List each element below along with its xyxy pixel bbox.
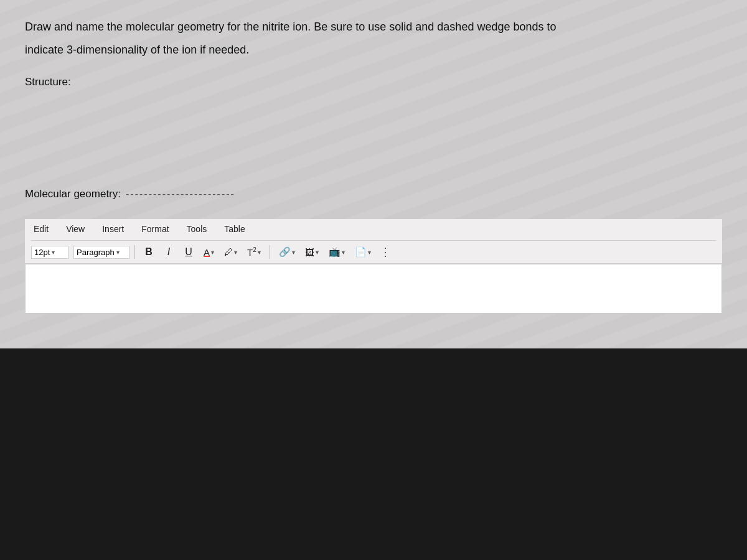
bottom-dark-area <box>0 348 747 560</box>
font-size-value: 12pt <box>34 248 50 257</box>
paragraph-chevron-icon: ▾ <box>116 249 120 256</box>
image-button[interactable]: 🖼 ▾ <box>301 245 322 259</box>
document-icon: 📄 <box>355 246 367 258</box>
bold-button[interactable]: B <box>140 245 157 259</box>
question-line1: Draw and name the molecular geometry for… <box>25 19 722 35</box>
paragraph-dropdown[interactable]: Paragraph ▾ <box>73 246 129 259</box>
menu-edit[interactable]: Edit <box>31 223 51 235</box>
link-icon: 🔗 <box>279 246 291 258</box>
superscript-button[interactable]: T2 ▾ <box>243 245 265 259</box>
image-group: 🖼 ▾ <box>301 245 322 259</box>
menu-insert[interactable]: Insert <box>100 223 126 235</box>
embed-button[interactable]: 📺 ▾ <box>325 245 349 259</box>
page-container: Draw and name the molecular geometry for… <box>0 0 747 560</box>
menu-format[interactable]: Format <box>139 223 171 235</box>
paragraph-value: Paragraph <box>77 248 115 257</box>
link-chevron-icon: ▾ <box>292 249 295 256</box>
editor-input-area[interactable] <box>25 264 722 314</box>
editor-toolbar-container: Edit View Insert Format Tools Table 12pt… <box>25 219 722 264</box>
highlight-chevron-icon: ▾ <box>234 249 237 256</box>
structure-label: Structure: <box>25 76 722 88</box>
answer-dashes: ------------------------ <box>126 189 235 200</box>
italic-button[interactable]: I <box>160 245 177 259</box>
question-line2: indicate 3-dimensionality of the ion if … <box>25 42 722 58</box>
superscript-group: T2 ▾ <box>243 245 265 259</box>
font-size-dropdown[interactable]: 12pt ▾ <box>31 246 68 259</box>
superscript-label: T2 <box>247 246 256 258</box>
image-chevron-icon: ▾ <box>316 249 319 256</box>
menu-table[interactable]: Table <box>222 223 247 235</box>
highlight-group: 🖊 ▾ <box>220 245 241 259</box>
font-color-button[interactable]: A ▾ <box>200 245 218 259</box>
image-icon: 🖼 <box>305 247 314 258</box>
font-size-chevron-icon: ▾ <box>52 249 55 256</box>
molecular-geometry-row: Molecular geometry: --------------------… <box>25 188 722 200</box>
underline-button[interactable]: U <box>180 245 197 259</box>
highlight-icon: 🖊 <box>224 247 233 257</box>
more-options-button[interactable]: ⋮ <box>377 245 393 259</box>
embed-chevron-icon: ▾ <box>342 249 345 256</box>
font-color-label: A <box>204 247 210 258</box>
molecular-geometry-label: Molecular geometry: <box>25 188 121 200</box>
embed-icon: 📺 <box>329 246 341 258</box>
embed-group: 📺 ▾ <box>325 245 349 259</box>
highlight-button[interactable]: 🖊 ▾ <box>220 245 241 259</box>
document-chevron-icon: ▾ <box>368 249 371 256</box>
superscript-chevron-icon: ▾ <box>258 249 261 256</box>
font-color-chevron-icon: ▾ <box>211 249 214 256</box>
font-color-group: A ▾ <box>200 245 218 259</box>
link-button[interactable]: 🔗 ▾ <box>275 245 299 259</box>
toolbar-row: 12pt ▾ Paragraph ▾ B I U A ▾ <box>31 240 716 259</box>
content-area: Draw and name the molecular geometry for… <box>0 0 747 348</box>
separator-1 <box>134 245 135 259</box>
document-group: 📄 ▾ <box>351 245 375 259</box>
menu-tools[interactable]: Tools <box>184 223 210 235</box>
menu-view[interactable]: View <box>63 223 87 235</box>
document-button[interactable]: 📄 ▾ <box>351 245 375 259</box>
link-group: 🔗 ▾ <box>275 245 299 259</box>
separator-2 <box>270 245 270 259</box>
menu-bar: Edit View Insert Format Tools Table <box>31 223 716 235</box>
